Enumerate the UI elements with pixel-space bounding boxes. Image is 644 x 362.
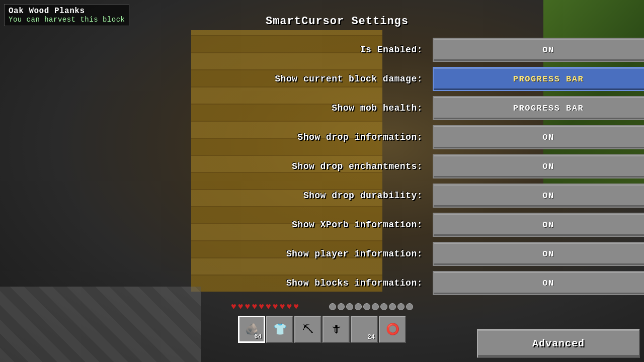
settings-panel: SmartCursor Settings Is Enabled:ONShow c… (40, 15, 634, 299)
slot-icon-3: 🗡 (331, 323, 342, 336)
hotbar-slot-2[interactable]: ⛏ (294, 316, 321, 343)
heart-6: ♥ (273, 302, 278, 312)
armor-pip-7 (389, 303, 396, 310)
settings-row: Show drop durability:ON (40, 183, 634, 209)
armor-pip-0 (329, 303, 336, 310)
item-name: Oak Wood Planks (9, 7, 125, 16)
settings-row: Show drop enchantments:ON (40, 153, 634, 179)
heart-9: ♥ (293, 302, 299, 312)
slot-icon-2: ⛏ (302, 323, 313, 336)
setting-label: Show drop information: (40, 132, 433, 142)
setting-btn-5[interactable]: ON (433, 184, 644, 208)
hotbar-slot-0[interactable]: 🪨64 (238, 316, 265, 343)
setting-btn-4[interactable]: ON (433, 154, 644, 178)
setting-btn-7[interactable]: ON (433, 242, 644, 266)
settings-row: Show XPorb information:ON (40, 212, 634, 238)
armor-pip-5 (372, 303, 379, 310)
panel-title: SmartCursor Settings (40, 15, 634, 28)
bars-row: ♥♥♥♥♥♥♥♥♥♥ (231, 302, 413, 314)
advanced-btn-label: Advanced (532, 338, 585, 349)
setting-label: Show drop durability: (40, 191, 433, 201)
setting-label: Show blocks information: (40, 278, 433, 288)
hotbar-slot-3[interactable]: 🗡 (323, 316, 350, 343)
heart-0: ♥ (231, 302, 236, 312)
setting-btn-6[interactable]: ON (433, 213, 644, 237)
armor-pip-8 (397, 303, 405, 310)
armor-pip-2 (346, 303, 353, 310)
armor-pip-9 (406, 303, 413, 310)
health-bar: ♥♥♥♥♥♥♥♥♥♥ (231, 302, 299, 312)
setting-label: Show current block damage: (40, 74, 433, 84)
settings-row: Show blocks information:ON (40, 270, 634, 296)
armor-pip-1 (338, 303, 345, 310)
armor-pip-4 (363, 303, 370, 310)
advanced-button[interactable]: Advanced (477, 329, 640, 358)
hotbar-slot-4[interactable]: 24 (351, 316, 378, 343)
setting-label: Show drop enchantments: (40, 161, 433, 171)
hotbar: 🪨64👕⛏🗡24⭕ (238, 316, 406, 343)
heart-5: ♥ (266, 302, 271, 312)
heart-7: ♥ (280, 302, 285, 312)
setting-btn-2[interactable]: PROGRESS BAR (433, 96, 644, 120)
heart-3: ♥ (252, 302, 257, 312)
hotbar-slot-1[interactable]: 👕 (266, 316, 293, 343)
settings-row: Is Enabled:ON (40, 37, 634, 63)
settings-rows: Is Enabled:ONShow current block damage:P… (40, 37, 634, 296)
setting-btn-0[interactable]: ON (433, 38, 644, 62)
slot-count-0: 64 (255, 333, 262, 340)
settings-row: Show player information:ON (40, 241, 634, 267)
setting-btn-1[interactable]: PROGRESS BAR (433, 67, 644, 91)
slot-icon-1: 👕 (273, 323, 287, 336)
setting-label: Is Enabled: (40, 45, 433, 55)
heart-1: ♥ (238, 302, 244, 312)
heart-8: ♥ (286, 302, 292, 312)
setting-label: Show mob health: (40, 103, 433, 113)
setting-label: Show player information: (40, 249, 433, 259)
settings-row: Show drop information:ON (40, 124, 634, 150)
slot-count-4: 24 (368, 334, 375, 341)
hotbar-slot-5[interactable]: ⭕ (379, 316, 406, 343)
setting-btn-8[interactable]: ON (433, 271, 644, 295)
slot-icon-5: ⭕ (386, 323, 399, 336)
heart-2: ♥ (245, 302, 251, 312)
settings-row: Show current block damage:PROGRESS BAR (40, 66, 634, 92)
settings-row: Show mob health:PROGRESS BAR (40, 95, 634, 121)
armor-pip-6 (380, 303, 387, 310)
armor-pip-3 (355, 303, 362, 310)
armor-bar (329, 302, 413, 312)
setting-btn-3[interactable]: ON (433, 125, 644, 149)
heart-4: ♥ (259, 302, 264, 312)
setting-label: Show XPorb information: (40, 220, 433, 230)
